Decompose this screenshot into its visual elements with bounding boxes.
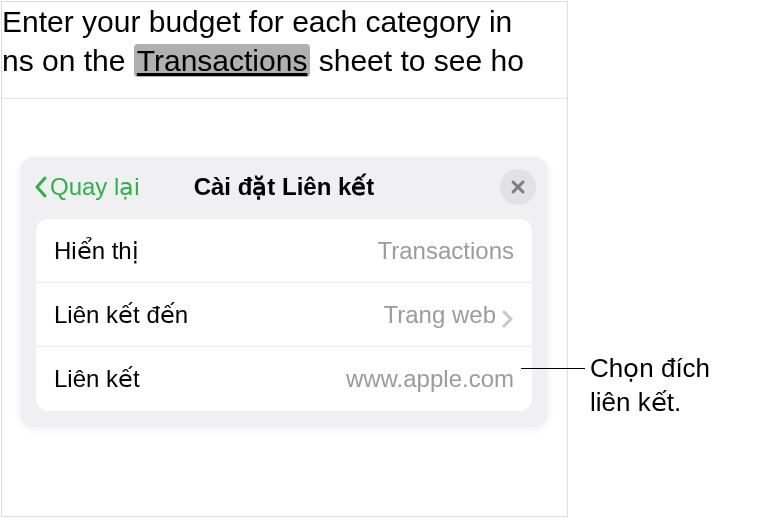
row-value-display: Transactions xyxy=(378,237,515,265)
callout-leader-line xyxy=(521,368,585,369)
row-label-display: Hiển thị xyxy=(54,237,139,265)
close-icon xyxy=(510,179,526,195)
document-text-block: Enter your budget for each category in n… xyxy=(2,2,567,98)
close-button[interactable] xyxy=(500,169,536,205)
link-value-text: www.apple.com xyxy=(346,365,514,393)
row-display[interactable]: Hiển thị Transactions xyxy=(36,219,532,283)
settings-card: Hiển thị Transactions Liên kết đến Trang… xyxy=(36,219,532,411)
row-value-linkto: Trang web xyxy=(384,301,515,329)
row-label-link: Liên kết xyxy=(54,365,140,393)
row-label-linkto: Liên kết đến xyxy=(54,301,188,329)
linkto-value-text: Trang web xyxy=(384,301,497,329)
doc-line-2: ns on the Transactions sheet to see ho xyxy=(2,41,565,80)
selected-link-text[interactable]: Transactions xyxy=(134,44,311,77)
chevron-right-icon xyxy=(502,306,514,324)
back-button[interactable]: Quay lại xyxy=(34,173,140,201)
callout-line-1: Chọn đích xyxy=(590,352,710,386)
link-settings-popover: Quay lại Cài đặt Liên kết Hiển thị Trans… xyxy=(20,157,548,427)
row-link[interactable]: Liên kết www.apple.com xyxy=(36,347,532,411)
row-linkto[interactable]: Liên kết đến Trang web xyxy=(36,283,532,347)
popover-header: Quay lại Cài đặt Liên kết xyxy=(20,157,548,217)
document-area: Enter your budget for each category in n… xyxy=(1,1,568,517)
divider xyxy=(2,98,567,99)
row-value-link: www.apple.com xyxy=(346,365,514,393)
back-label: Quay lại xyxy=(50,173,140,201)
callout-line-2: liên kết. xyxy=(590,386,710,420)
text-fragment: Enter your budget for each category in xyxy=(2,5,512,38)
chevron-left-icon xyxy=(34,176,48,198)
callout-annotation: Chọn đích liên kết. xyxy=(590,352,710,420)
text-fragment: ns on the xyxy=(2,44,134,77)
doc-line-1: Enter your budget for each category in xyxy=(2,2,565,41)
text-fragment: sheet to see ho xyxy=(310,44,524,77)
display-value-text: Transactions xyxy=(378,237,515,265)
popover-title: Cài đặt Liên kết xyxy=(194,173,375,201)
